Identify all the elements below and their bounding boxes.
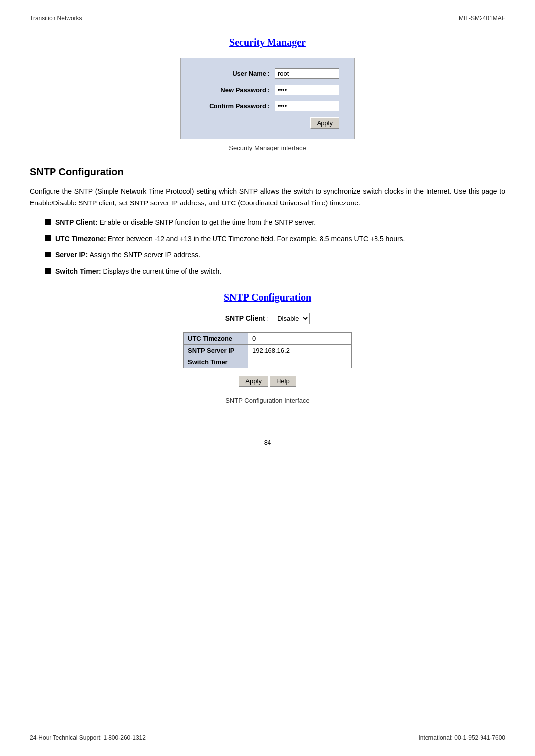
security-manager-title: Security Manager: [229, 37, 306, 48]
sntp-help-button[interactable]: Help: [270, 375, 296, 387]
confirm-password-input[interactable]: [275, 101, 339, 111]
bullet-switch-timer: Switch Timer: Displays the current time …: [45, 266, 505, 277]
username-label: User Name :: [196, 70, 275, 77]
sntp-config-table: UTC Timezone SNTP Server IP Switch Timer: [183, 332, 352, 368]
switch-timer-value: [248, 356, 352, 368]
page-number: 84: [30, 439, 505, 446]
sntp-server-ip-value: [248, 344, 352, 356]
bullet-term-3: Server IP:: [55, 251, 88, 259]
bullet-icon-4: [45, 268, 51, 274]
sntp-server-ip-input[interactable]: [252, 347, 347, 354]
sntp-client-row: SNTP Client : Disable Enable: [225, 313, 310, 324]
sntp-buttons-row: Apply Help: [239, 375, 296, 387]
sntp-server-ip-row: SNTP Server IP: [184, 344, 352, 356]
security-manager-section: Security Manager User Name : New Passwor…: [30, 37, 505, 166]
sntp-client-label: SNTP Client :: [225, 314, 269, 322]
bullet-icon-3: [45, 252, 51, 257]
bullet-icon-2: [45, 235, 51, 241]
sntp-caption: SNTP Configuration Interface: [225, 397, 310, 404]
sntp-apply-button[interactable]: Apply: [239, 375, 268, 387]
sntp-bullet-list: SNTP Client: Enable or disable SNTP func…: [30, 217, 505, 277]
bullet-sntp-client: SNTP Client: Enable or disable SNTP func…: [45, 217, 505, 228]
security-manager-caption: Security Manager interface: [229, 144, 306, 151]
bullet-text-4: Displays the current time of the switch.: [101, 267, 222, 275]
sntp-interface-title: SNTP Configuration: [224, 292, 311, 303]
company-name: Transition Networks: [30, 15, 82, 22]
username-input[interactable]: [275, 68, 339, 79]
bullet-term-2: UTC Timezone:: [55, 235, 106, 243]
bullet-icon-1: [45, 219, 51, 225]
switch-timer-input[interactable]: [252, 358, 347, 366]
new-password-label: New Password :: [196, 86, 275, 94]
bullet-text-3: Assign the SNTP server IP address.: [88, 251, 200, 259]
bullet-term-1: SNTP Client:: [55, 218, 98, 226]
sntp-description: Configure the SNTP (Simple Network Time …: [30, 186, 505, 209]
footer-left: 24-Hour Technical Support: 1-800-260-131…: [30, 734, 146, 741]
utc-timezone-row: UTC Timezone: [184, 332, 352, 344]
sntp-interface-container: SNTP Client : Disable Enable UTC Timezon…: [183, 313, 352, 387]
sntp-server-ip-label: SNTP Server IP: [184, 344, 248, 356]
security-apply-button[interactable]: Apply: [310, 117, 339, 129]
sntp-interface-section: SNTP Configuration SNTP Client : Disable…: [30, 292, 505, 419]
sntp-client-select[interactable]: Disable Enable: [273, 313, 310, 324]
security-apply-row: Apply: [196, 117, 339, 129]
security-manager-form: User Name : New Password : Confirm Passw…: [180, 58, 355, 139]
footer-right: International: 00-1-952-941-7600: [419, 734, 505, 741]
confirm-password-row: Confirm Password :: [196, 101, 339, 111]
bullet-term-4: Switch Timer:: [55, 267, 101, 275]
new-password-input[interactable]: [275, 85, 339, 95]
bullet-utc-timezone: UTC Timezone: Enter between -12 and +13 …: [45, 234, 505, 244]
username-row: User Name :: [196, 68, 339, 79]
switch-timer-label: Switch Timer: [184, 356, 248, 368]
page-footer: 24-Hour Technical Support: 1-800-260-131…: [0, 734, 535, 741]
confirm-password-label: Confirm Password :: [196, 102, 275, 110]
switch-timer-row: Switch Timer: [184, 356, 352, 368]
model-number: MIL-SM2401MAF: [459, 15, 505, 22]
page-header: Transition Networks MIL-SM2401MAF: [30, 15, 505, 22]
utc-timezone-input[interactable]: [252, 335, 347, 342]
utc-timezone-value: [248, 332, 352, 344]
utc-timezone-label: UTC Timezone: [184, 332, 248, 344]
new-password-row: New Password :: [196, 85, 339, 95]
sntp-section-heading: SNTP Configuration: [30, 166, 505, 178]
bullet-text-2: Enter between -12 and +13 in the UTC Tim…: [106, 235, 405, 243]
bullet-text-1: Enable or disable SNTP function to get t…: [98, 218, 316, 226]
bullet-server-ip: Server IP: Assign the SNTP server IP add…: [45, 250, 505, 260]
